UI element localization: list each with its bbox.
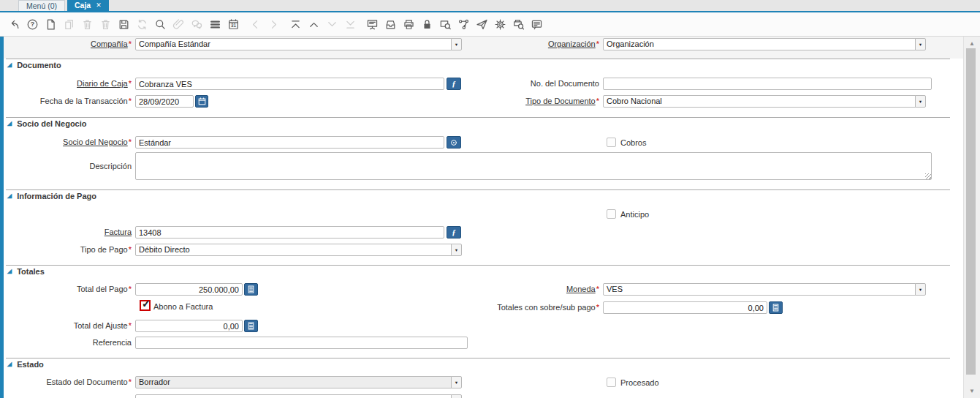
chevron-down-icon[interactable]: ▼ [451,38,462,50]
tab-caja[interactable]: Caja ✕ [67,0,109,11]
attachment-icon[interactable] [170,16,188,32]
scrollbar-thumb[interactable] [966,48,976,375]
parent-record-icon[interactable] [246,16,265,32]
chevron-down-icon[interactable]: ▼ [451,244,462,256]
diario-caja-field[interactable] [135,78,444,90]
previous-record-icon[interactable] [305,16,323,32]
factura-label[interactable]: Factura [6,228,132,236]
preference-icon[interactable] [491,16,509,32]
collapse-icon[interactable]: ◢ [7,121,12,127]
chevron-down-icon[interactable]: ▼ [915,38,926,50]
total-ajuste-field[interactable] [135,320,243,332]
save-icon[interactable] [115,16,133,32]
estado-documento-select[interactable]: Borrador ▼ [135,376,462,388]
collapse-icon[interactable]: ◢ [7,269,12,274]
collapse-icon[interactable]: ◢ [7,62,12,68]
request-icon[interactable] [473,16,491,32]
chat-icon[interactable] [188,16,206,32]
lookup-icon: ƒ [452,228,456,236]
help-icon[interactable]: ? [23,16,42,32]
vertical-scrollbar[interactable]: ▲ ▼ [963,37,980,398]
archive-icon[interactable] [381,16,400,32]
section-estado[interactable]: ◢ Estado [7,360,44,369]
chat-window-icon[interactable] [528,16,546,32]
separator [6,189,950,190]
zoom-across-icon[interactable] [436,16,455,32]
fecha-calendar-button[interactable] [195,95,208,108]
lock-icon[interactable] [418,16,436,32]
scroll-down-icon[interactable]: ▼ [964,386,980,396]
compania-select[interactable]: Compañía Estándar ▼ [135,38,462,50]
chevron-down-icon[interactable]: ▼ [915,283,926,296]
total-pago-field[interactable] [135,283,243,296]
tab-menu[interactable]: Menú (0) [18,0,65,11]
copy-record-icon[interactable] [60,16,78,32]
socio-negocio-field[interactable] [135,136,444,149]
fecha-transaccion-label: Fecha de la Transacción [6,97,132,105]
abono-factura-checkbox[interactable] [140,300,151,311]
print-preview-icon[interactable] [509,16,528,32]
abono-factura-label: Abono a Factura [153,302,213,311]
no-documento-field[interactable] [603,78,932,90]
tipo-pago-select[interactable]: Débito Directo ▼ [135,244,462,256]
fecha-transaccion-field[interactable] [135,95,194,108]
last-record-icon[interactable] [341,16,360,32]
moneda-label[interactable]: Moneda [468,285,599,293]
section-documento[interactable]: ◢ Documento [7,61,61,70]
factura-lookup-button[interactable]: ƒ [447,226,461,239]
section-totales[interactable]: ◢ Totales [7,267,45,276]
detail-record-icon[interactable] [265,16,283,32]
collapse-icon[interactable]: ◢ [7,193,12,199]
chevron-down-icon[interactable]: ▼ [451,376,462,388]
chevron-down-icon[interactable]: ▼ [915,95,926,108]
separator [6,59,950,59]
section-pago[interactable]: ◢ Información de Pago [7,192,96,200]
first-record-icon[interactable] [286,16,305,32]
workflow-icon[interactable] [455,16,473,32]
section-socio[interactable]: ◢ Socio del Negocio [7,119,87,128]
close-icon[interactable]: ✕ [96,2,102,9]
total-pago-calculator-button[interactable] [244,283,258,296]
procesado-label: Procesado [620,378,659,387]
next-record-icon[interactable] [323,16,341,32]
tipo-documento-label[interactable]: Tipo de Documento [468,97,599,105]
collapse-icon[interactable]: ◢ [7,361,12,367]
cobros-checkbox[interactable] [607,138,616,147]
procesado-checkbox[interactable] [607,378,616,387]
toggle-grid-icon[interactable] [206,16,224,32]
separator [6,265,950,266]
diario-caja-lookup-button[interactable]: ƒ [447,78,461,90]
app-window: Menú (0) Caja ✕ ?31 Compañía Compañía Es… [0,0,980,398]
organizacion-label[interactable]: Organización [468,40,599,48]
total-ajuste-calculator-button[interactable] [244,320,258,332]
diario-caja-label[interactable]: Diario de Caja [6,79,132,88]
moneda-select[interactable]: VES ▼ [603,283,926,296]
organizacion-select[interactable]: Organización ▼ [603,38,926,50]
socio-negocio-lookup-button[interactable] [447,136,461,149]
sobre-sub-pago-field[interactable] [603,301,767,314]
find-icon[interactable] [151,16,170,32]
business-partner-icon [450,139,457,146]
partial-field[interactable]: ▼ [135,394,462,398]
print-icon[interactable] [400,16,418,32]
delete-record-icon[interactable] [78,16,96,32]
factura-field[interactable] [135,226,444,239]
scroll-up-icon[interactable]: ▲ [964,38,980,48]
calendar-icon[interactable]: 31 [224,16,243,32]
resize-handle[interactable] [925,173,931,179]
anticipo-label: Anticipo [620,210,649,219]
delete-selection-icon[interactable] [96,16,115,32]
chevron-down-icon[interactable]: ▼ [451,394,462,398]
referencia-field[interactable] [135,337,468,349]
left-accent-bar [0,37,4,398]
undo-icon[interactable] [5,16,23,32]
descripcion-textarea[interactable] [135,152,932,180]
compania-label[interactable]: Compañía [6,40,132,48]
socio-negocio-label[interactable]: Socio del Negocio [6,138,132,146]
requery-icon[interactable] [133,16,151,32]
sobre-sub-pago-calculator-button[interactable] [769,301,783,314]
anticipo-checkbox[interactable] [607,209,616,219]
report-icon[interactable] [363,16,381,32]
new-record-icon[interactable] [42,16,60,32]
tipo-documento-select[interactable]: Cobro Nacional ▼ [603,95,926,108]
